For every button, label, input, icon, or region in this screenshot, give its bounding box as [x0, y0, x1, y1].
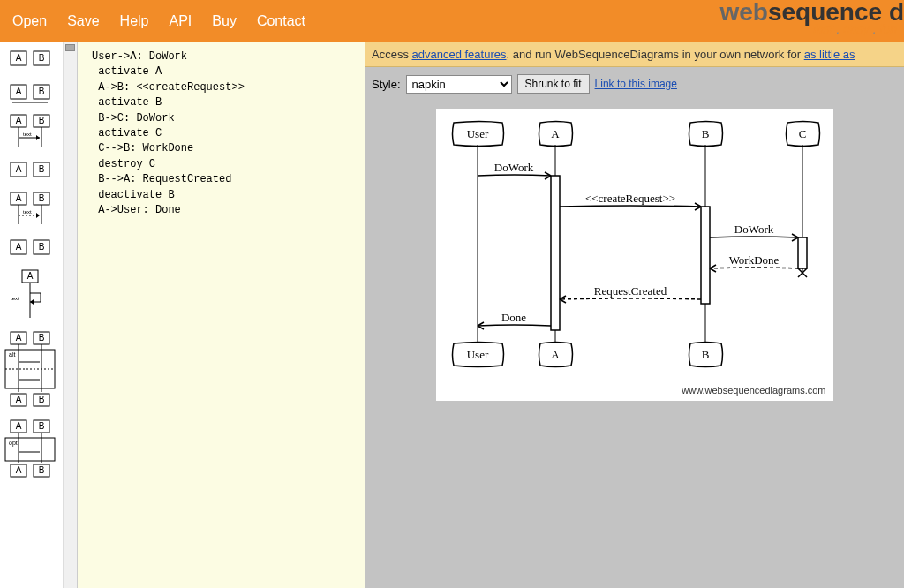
svg-text:A: A: [16, 193, 22, 203]
svg-text:<<createRequest>>: <<createRequest>>: [584, 192, 674, 205]
svg-text:alt: alt: [9, 351, 15, 358]
shrunk-button[interactable]: Shrunk to fit: [517, 74, 590, 94]
logo-fun: fun: [880, 22, 897, 36]
svg-text:A: A: [16, 53, 22, 63]
template-thumb[interactable]: Atext: [4, 268, 56, 321]
svg-text:A: A: [16, 87, 22, 96]
svg-text:A: A: [16, 465, 22, 475]
sequence-diagram: .nap{font-family:'Comic Sans MS',cursive…: [436, 109, 833, 401]
logo-web: web: [719, 0, 767, 26]
editor-text: User->A: DoWork activate A A->B: <<creat…: [92, 50, 245, 216]
template-thumb[interactable]: AB: [4, 79, 56, 104]
style-label: Style:: [372, 78, 401, 91]
svg-text:A: A: [16, 242, 22, 252]
svg-text:A: A: [27, 271, 34, 281]
logo-easy: easy: [843, 22, 870, 36]
banner-mid: , and run WebSequenceDiagrams in your ow…: [506, 48, 803, 61]
hint-arrows: Type here Result: [334, 356, 365, 462]
header: Open Save Help API Buy Contact websequen…: [0, 0, 904, 42]
svg-rect-77: [798, 237, 807, 268]
banner-prefix: Access: [372, 48, 412, 61]
diagram-area: .nap{font-family:'Comic Sans MS',cursive…: [365, 101, 904, 410]
sidebar-scrollbar[interactable]: [63, 42, 77, 588]
logo: websequence d fast . easy . fun: [719, 0, 904, 35]
svg-text:B: B: [701, 348, 709, 361]
svg-text:B: B: [39, 421, 45, 431]
svg-text:DoWork: DoWork: [734, 222, 773, 236]
template-thumb[interactable]: ABoptAB: [4, 418, 56, 480]
template-thumb[interactable]: ABaltAB: [4, 330, 56, 410]
svg-rect-76: [701, 207, 710, 304]
svg-text:A: A: [16, 421, 22, 431]
svg-text:Done: Done: [501, 311, 525, 324]
svg-text:B: B: [39, 242, 45, 252]
link-image[interactable]: Link to this image: [595, 78, 677, 90]
svg-text:WorkDone: WorkDone: [728, 253, 779, 267]
promo-banner: Access advanced features, and run WebSeq…: [365, 42, 904, 67]
svg-text:A: A: [551, 348, 560, 361]
diagram-watermark: www.websequencediagrams.com: [682, 385, 825, 396]
svg-text:B: B: [39, 193, 45, 203]
svg-rect-75: [551, 176, 560, 330]
buy-button[interactable]: Buy: [203, 8, 245, 34]
svg-text:A: A: [16, 116, 22, 125]
svg-text:B: B: [39, 87, 45, 96]
advanced-features-link[interactable]: advanced features: [412, 48, 507, 61]
svg-text:text: text: [23, 132, 32, 137]
help-button[interactable]: Help: [111, 8, 158, 34]
svg-text:B: B: [701, 127, 709, 140]
svg-text:A: A: [551, 127, 560, 140]
svg-text:User: User: [466, 348, 488, 361]
pricing-link[interactable]: as little as: [804, 48, 855, 61]
svg-text:DoWork: DoWork: [493, 161, 533, 174]
template-thumb[interactable]: AB: [4, 46, 56, 71]
svg-text:B: B: [39, 465, 45, 475]
svg-text:B: B: [39, 395, 45, 404]
template-thumb[interactable]: ABtext: [4, 113, 56, 148]
svg-text:User: User: [466, 127, 488, 140]
svg-text:A: A: [16, 333, 22, 343]
svg-text:A: A: [16, 164, 22, 174]
svg-text:C: C: [798, 127, 806, 140]
style-select[interactable]: napkin: [406, 75, 512, 94]
contact-button[interactable]: Contact: [248, 8, 314, 34]
svg-text:B: B: [39, 164, 45, 174]
svg-text:text: text: [11, 296, 19, 301]
scrollbar-thumb[interactable]: [65, 44, 75, 51]
svg-text:RequestCreated: RequestCreated: [593, 284, 667, 298]
template-thumb[interactable]: ABtext: [4, 191, 56, 226]
svg-text:B: B: [39, 116, 45, 125]
svg-text:B: B: [39, 53, 45, 63]
controls-bar: Style: napkin Shrunk to fit Link to this…: [365, 67, 904, 101]
logo-fast: fast: [813, 22, 833, 36]
template-thumb[interactable]: AB: [4, 235, 56, 260]
template-thumb[interactable]: AB: [4, 157, 56, 182]
save-button[interactable]: Save: [58, 8, 108, 34]
preview-pane: Access advanced features, and run WebSeq…: [365, 42, 904, 588]
svg-text:A: A: [16, 395, 22, 404]
open-button[interactable]: Open: [4, 8, 56, 34]
svg-text:opt: opt: [9, 440, 18, 447]
svg-text:B: B: [39, 333, 45, 343]
api-button[interactable]: API: [161, 8, 201, 34]
code-editor[interactable]: User->A: DoWork activate A A->B: <<creat…: [78, 42, 365, 588]
template-sidebar[interactable]: AB AB ABtext AB ABtext AB Atext ABaltAB …: [0, 42, 78, 588]
svg-text:text: text: [23, 209, 32, 215]
main: AB AB ABtext AB ABtext AB Atext ABaltAB …: [0, 42, 904, 588]
